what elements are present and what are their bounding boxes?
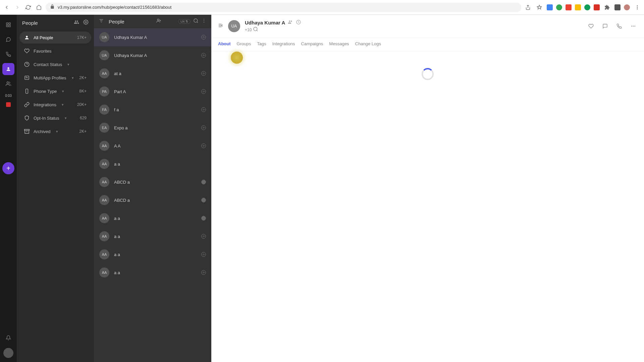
back-button[interactable] xyxy=(3,3,11,11)
contact-name: ABCD a xyxy=(114,180,130,185)
rail-chat[interactable] xyxy=(2,34,14,46)
lock-icon xyxy=(50,4,55,10)
favorite-button[interactable] xyxy=(587,22,595,30)
ext-icon-6[interactable] xyxy=(594,4,600,10)
rail-groups[interactable] xyxy=(2,78,14,90)
search-mini-icon[interactable] xyxy=(253,26,258,33)
more-icon[interactable] xyxy=(201,18,207,25)
tab-integrations[interactable]: Integrations xyxy=(272,41,295,48)
search-icon[interactable] xyxy=(193,18,199,25)
tab-tags[interactable]: Tags xyxy=(257,41,266,48)
contact-row[interactable]: AA a a ⟳ xyxy=(94,245,211,263)
address-bar[interactable]: v3.my.pastorsline.com/hub/people/contact… xyxy=(46,3,521,12)
contact-avatar: AA xyxy=(99,249,109,259)
profile-avatar[interactable] xyxy=(624,4,630,10)
heart-icon xyxy=(24,48,30,54)
forward-button[interactable] xyxy=(13,3,21,11)
sidebar-item-label: Favorites xyxy=(34,49,51,54)
contact-avatar: AA xyxy=(99,177,109,187)
sync-mini-icon[interactable] xyxy=(296,19,301,26)
ext-icon-2[interactable] xyxy=(556,4,562,10)
sync-badge-icon: ⟳ xyxy=(201,53,206,58)
call-button[interactable] xyxy=(615,22,623,30)
bookmark-icon[interactable] xyxy=(535,3,543,11)
detail-tabs: AboutGroupsTagsIntegrationsCampaignsMess… xyxy=(211,38,644,51)
contact-row[interactable]: AA A A ⟳ xyxy=(94,137,211,155)
contact-name: a a xyxy=(114,216,120,221)
sync-badge-icon: ⟳ xyxy=(201,252,206,257)
contact-list: People LN ⇅ UA Udhaya Kumar A ⟳ UA Udhay… xyxy=(94,15,211,362)
gear-icon[interactable] xyxy=(83,19,89,26)
tab-groups[interactable]: Groups xyxy=(237,41,251,48)
contact-row[interactable]: AA a a xyxy=(94,155,211,173)
ext-icon-1[interactable] xyxy=(547,4,553,10)
sidebar-all-people[interactable]: All People 17K+ xyxy=(19,32,91,44)
rail-phone[interactable] xyxy=(2,48,14,60)
contact-row[interactable]: PA Part A ⟳ xyxy=(94,82,211,101)
sidebar-item-label: Opt-In Status xyxy=(34,116,59,121)
svg-line-26 xyxy=(257,30,258,31)
tab-campaigns[interactable]: Campaigns xyxy=(301,41,323,48)
contact-avatar: EA xyxy=(99,123,109,133)
sidebar-contact-status[interactable]: Contact Status ▾ xyxy=(19,58,91,70)
contact-name: Part A xyxy=(114,89,126,94)
message-button[interactable] xyxy=(601,22,609,30)
rail-notifications[interactable] xyxy=(2,332,14,344)
url-text: v3.my.pastorsline.com/hub/people/contact… xyxy=(58,5,171,10)
sidebar-optin[interactable]: Opt-In Status ▾ 629 xyxy=(19,112,91,124)
sort-pill[interactable]: LN ⇅ xyxy=(178,19,191,24)
sidebar-integrations[interactable]: Integrations ▾ 20K+ xyxy=(19,99,91,111)
add-person-icon[interactable] xyxy=(156,18,161,25)
share-icon[interactable] xyxy=(524,3,532,11)
tab-messages[interactable]: Messages xyxy=(329,41,349,48)
contact-row[interactable]: AA at a ⟳ xyxy=(94,64,211,82)
ext-icon-4[interactable] xyxy=(575,4,581,10)
sync-badge-icon: ⟳ xyxy=(201,125,206,130)
group-mini-icon[interactable] xyxy=(288,19,293,26)
contact-row[interactable]: AA a a ⟳ xyxy=(94,263,211,282)
sidebar-archived[interactable]: Archived ▾ 2K+ xyxy=(19,125,91,137)
contact-row[interactable]: UA Udhaya Kumar A ⟳ xyxy=(94,28,211,46)
ext-icon-5[interactable] xyxy=(584,4,590,10)
svg-point-15 xyxy=(157,19,159,21)
contact-row[interactable]: AA ABCD a ▢ xyxy=(94,191,211,209)
tab-about[interactable]: About xyxy=(218,41,231,48)
recording-stop[interactable] xyxy=(6,102,11,107)
link-icon xyxy=(24,102,30,107)
sidebar-favorites[interactable]: Favorites xyxy=(19,45,91,57)
contact-avatar: AA xyxy=(99,213,109,223)
contact-name: Udhaya Kumar A xyxy=(114,53,147,58)
contact-row[interactable]: UA Udhaya Kumar A ⟳ xyxy=(94,46,211,64)
rail-dashboard[interactable] xyxy=(2,19,14,31)
rail-people[interactable] xyxy=(2,63,14,75)
more-button[interactable] xyxy=(629,22,637,30)
group-icon[interactable] xyxy=(74,19,79,26)
detail-pane: UA Udhaya Kumar A +10 AboutGroupsTagsI xyxy=(211,15,644,362)
contact-row[interactable]: EA Expo a ⟳ xyxy=(94,119,211,137)
contact-avatar: AA xyxy=(99,231,109,241)
contact-row[interactable]: AA a a ▢ xyxy=(94,209,211,227)
sidebar-phone-type[interactable]: Phone Type ▾ 8K+ xyxy=(19,85,91,97)
sidebar-multiapp[interactable]: MultiApp Profiles ▾ 2K+ xyxy=(19,72,91,84)
contact-row[interactable]: AA a a ⟳ xyxy=(94,227,211,245)
puzzle-icon[interactable] xyxy=(603,3,611,11)
contact-name: ABCD a xyxy=(114,198,130,203)
svg-line-17 xyxy=(197,22,198,23)
contact-row[interactable]: FA f a ⟳ xyxy=(94,101,211,119)
ext-icon-3[interactable] xyxy=(566,4,572,10)
contact-name: a a xyxy=(114,162,120,167)
reload-button[interactable] xyxy=(24,3,32,11)
svg-point-7 xyxy=(7,82,8,83)
contact-row[interactable]: AA ABCD a ▢ xyxy=(94,173,211,191)
home-button[interactable] xyxy=(35,3,43,11)
ext-icon-7[interactable] xyxy=(614,4,621,10)
sidebar-item-count: 2K+ xyxy=(79,75,87,80)
menu-icon[interactable] xyxy=(633,3,641,11)
sidebar-item-label: Integrations xyxy=(34,102,56,107)
filter-icon[interactable] xyxy=(99,18,104,25)
rail-user-avatar[interactable] xyxy=(3,348,13,358)
collapse-button[interactable] xyxy=(218,23,223,29)
tab-change-logs[interactable]: Change Logs xyxy=(355,41,381,48)
add-fab[interactable]: + xyxy=(2,162,14,174)
contact-name: f a xyxy=(114,107,119,112)
